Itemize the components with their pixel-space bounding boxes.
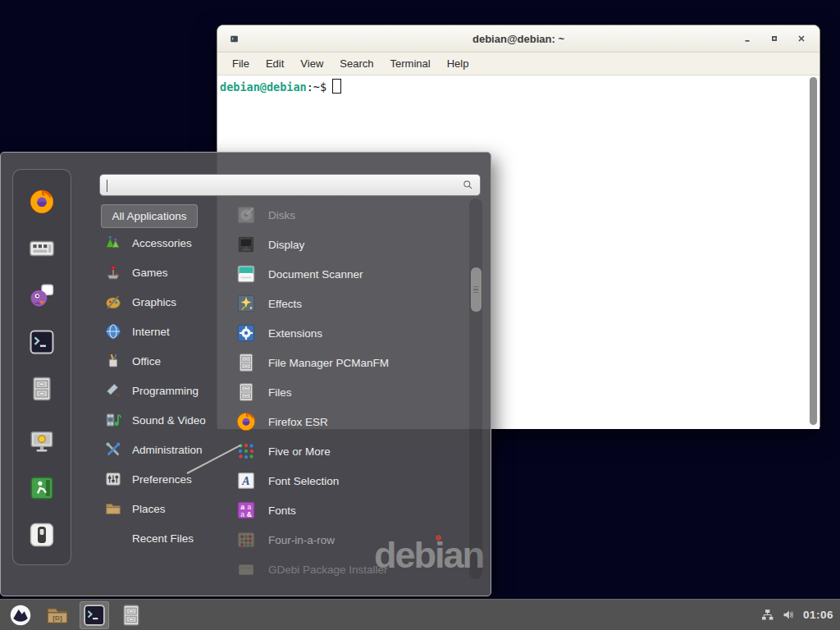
menu-search-box[interactable] (99, 174, 481, 196)
menu-category-places[interactable]: Places (101, 494, 232, 523)
terminal-scrollbar-thumb[interactable] (810, 77, 817, 425)
terminal-menu-terminal[interactable]: Terminal (382, 55, 439, 72)
application-list: DisksDisplayDocument ScannerEffectsExten… (235, 200, 467, 584)
terminal-menu-file[interactable]: File (224, 55, 258, 72)
menu-category-graphics[interactable]: Graphics (101, 287, 232, 317)
lock-screen-button[interactable] (26, 426, 57, 457)
menu-logo-icon (9, 604, 32, 627)
app-label: Document Scanner (268, 268, 363, 281)
app-label: Firefox ESR (268, 416, 328, 428)
app-label: Effects (268, 298, 302, 310)
terminal-icon (82, 603, 107, 628)
screensaver-icon (28, 427, 56, 455)
taskbar: 01:06 (0, 599, 840, 630)
terminal-menu-edit[interactable]: Edit (258, 55, 292, 72)
category-label: Office (132, 355, 161, 368)
shut-down-button[interactable] (26, 519, 57, 550)
minimize-button[interactable] (737, 30, 757, 47)
folder-d-icon (45, 603, 70, 628)
close-button[interactable] (792, 30, 811, 47)
pidgin-button[interactable] (26, 280, 57, 311)
terminal-menu-help[interactable]: Help (439, 55, 477, 72)
menu-scrollbar[interactable] (469, 199, 482, 579)
games-icon (104, 263, 122, 281)
keyboard-tool-button[interactable] (26, 233, 57, 264)
terminal-scrollbar[interactable] (808, 77, 819, 427)
five-or-more-icon (235, 441, 257, 462)
app-label: Fonts (268, 504, 296, 517)
menu-app-files[interactable]: Files (235, 377, 467, 407)
menu-app-four-in-a-row[interactable]: Four-in-a-row (235, 525, 467, 555)
four-in-a-row-icon (235, 529, 257, 550)
menu-category-preferences[interactable]: Preferences (101, 464, 232, 494)
firefox-button[interactable] (26, 186, 57, 217)
text-caret (107, 180, 107, 192)
terminal-button[interactable] (26, 326, 57, 358)
logout-icon (28, 474, 56, 502)
category-label: Accessories (132, 237, 192, 249)
app-label: GDebi Package Installer (268, 564, 388, 576)
file-manager-button[interactable] (26, 373, 57, 404)
menu-app-document-scanner[interactable]: Document Scanner (235, 259, 467, 289)
menu-category-recent-files[interactable]: Recent Files (101, 523, 232, 553)
menu-app-firefox-esr[interactable]: Firefox ESR (235, 407, 467, 436)
all-applications-button[interactable]: All Applications (101, 204, 198, 228)
log-out-button[interactable] (26, 472, 57, 504)
menu-search-input[interactable] (100, 175, 462, 195)
terminal-window-button[interactable] (80, 601, 109, 629)
files-launcher[interactable] (116, 601, 146, 629)
category-label: Administration (132, 444, 203, 456)
menu-app-gdebi-package-installer[interactable]: GDebi Package Installer (235, 555, 467, 584)
network-tray-item[interactable] (760, 608, 774, 622)
disks-icon (235, 204, 257, 226)
menu-app-five-or-more[interactable]: Five or More (235, 436, 467, 466)
menu-category-games[interactable]: Games (101, 258, 232, 287)
firefox-icon (235, 411, 257, 432)
sound-video-icon (104, 411, 122, 429)
prompt-suffix: :~$ (307, 80, 326, 94)
terminal-titlebar[interactable]: debian@debian: ~ (217, 25, 819, 52)
menu-app-effects[interactable]: Effects (235, 289, 467, 318)
maximize-icon (769, 34, 779, 43)
category-label: Internet (132, 326, 170, 338)
minimize-icon (742, 34, 752, 43)
app-label: Display (268, 239, 304, 251)
menu-category-sound-video[interactable]: Sound & Video (101, 405, 232, 435)
terminal-menu-view[interactable]: View (292, 55, 331, 72)
font-selection-icon (235, 470, 257, 491)
search-icon (462, 179, 474, 191)
terminal-prompt-line: debian@debian:~$ (217, 75, 819, 94)
menu-scrollbar-thumb[interactable] (471, 267, 482, 312)
menu-app-display[interactable]: Display (235, 230, 467, 259)
keyboard-icon (28, 235, 56, 262)
maximize-button[interactable] (765, 30, 784, 47)
app-label: Files (268, 386, 292, 399)
close-icon (797, 34, 806, 43)
file-manager-launcher[interactable] (43, 601, 72, 629)
terminal-menu-search[interactable]: Search (331, 55, 381, 72)
terminal-icon (28, 328, 56, 356)
pidgin-icon (28, 281, 56, 309)
app-label: Font Selection (268, 475, 339, 487)
menu-app-font-selection[interactable]: Font Selection (235, 466, 467, 495)
menu-category-office[interactable]: Office (101, 346, 232, 376)
volume-tray-item[interactable] (782, 608, 796, 622)
menu-category-programming[interactable]: Programming (101, 376, 232, 405)
terminal-window-icon (229, 34, 240, 44)
category-label: Games (132, 267, 168, 279)
taskbar-clock[interactable]: 01:06 (803, 609, 833, 621)
menu-app-file-manager-pcmanfm[interactable]: File Manager PCManFM (235, 348, 467, 377)
display-icon (235, 234, 257, 255)
speaker-icon (782, 608, 796, 622)
effects-icon (235, 293, 257, 314)
prompt-user-host: debian@debian (220, 80, 307, 94)
app-label: Extensions (268, 327, 322, 340)
menu-app-disks[interactable]: Disks (235, 200, 467, 230)
menu-app-fonts[interactable]: Fonts (235, 495, 467, 525)
menu-app-extensions[interactable]: Extensions (235, 318, 467, 348)
programming-icon (104, 381, 122, 399)
cabinet-icon (28, 375, 56, 403)
menu-category-internet[interactable]: Internet (101, 317, 232, 346)
menu-button[interactable] (6, 601, 35, 629)
menu-category-accessories[interactable]: Accessories (101, 228, 232, 258)
